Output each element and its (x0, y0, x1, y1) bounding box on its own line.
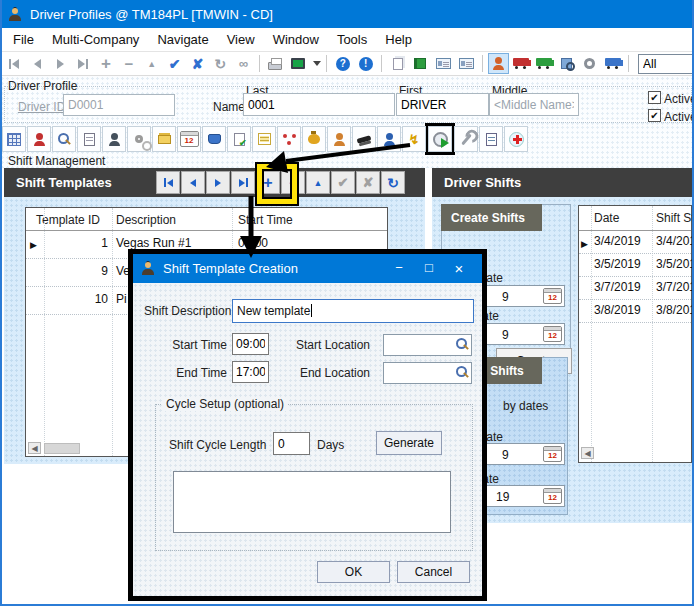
last-template-button[interactable] (231, 171, 255, 194)
main-toolbar (0, 52, 694, 76)
next-template-button[interactable] (206, 171, 230, 194)
first-template-button[interactable] (156, 171, 180, 194)
shift-date-cell: 3/4/2019 (594, 234, 641, 248)
officer-icon[interactable] (377, 126, 401, 152)
end-location-field[interactable] (383, 362, 472, 384)
generate-button[interactable]: Generate (376, 431, 442, 455)
license-card-icon[interactable] (433, 53, 454, 74)
last-name-field[interactable] (243, 93, 395, 116)
cycle-list-box[interactable] (173, 471, 451, 533)
add-template-button[interactable] (256, 171, 280, 194)
driver-id-field[interactable] (63, 94, 175, 116)
dialog-minimize-icon[interactable] (384, 260, 414, 277)
search-icon[interactable] (52, 126, 76, 152)
last-record-icon[interactable] (73, 53, 94, 74)
order-lookup-icon[interactable] (556, 53, 577, 74)
id-card-icon[interactable] (456, 53, 477, 74)
tools-icon[interactable] (454, 126, 478, 152)
calendar-picker-icon[interactable] (543, 288, 562, 304)
delete-record-icon[interactable] (118, 53, 139, 74)
menu-window[interactable]: Window (264, 29, 328, 50)
menu-tools[interactable]: Tools (328, 29, 376, 50)
console-dropdown-icon[interactable] (313, 61, 321, 66)
power-icon[interactable] (402, 126, 426, 152)
edit-record-icon[interactable] (141, 53, 162, 74)
shift-date-cell: 3/5/2019 (594, 257, 641, 271)
notes-icon[interactable] (252, 126, 276, 152)
system-console-icon[interactable] (288, 53, 309, 74)
trailer-icon[interactable] (534, 53, 555, 74)
pay-stack-icon[interactable] (152, 126, 176, 152)
location-lookup-icon[interactable] (456, 366, 469, 379)
calendar-picker-icon[interactable] (543, 326, 562, 342)
attachments-icon[interactable] (233, 53, 254, 74)
print-icon[interactable] (265, 53, 286, 74)
add-record-icon[interactable] (96, 53, 117, 74)
active-checkbox-1[interactable] (648, 91, 661, 104)
record-filter-combobox[interactable] (638, 54, 694, 74)
menu-multi-company[interactable]: Multi-Company (43, 29, 148, 50)
shift-description-field[interactable]: New template (232, 299, 474, 323)
help-icon[interactable] (332, 53, 353, 74)
ok-button[interactable]: OK (317, 561, 390, 583)
summary-grid-icon[interactable] (2, 126, 26, 152)
calendar-picker-icon[interactable] (543, 446, 562, 462)
middle-name-field[interactable] (489, 93, 579, 116)
end-time-field[interactable] (232, 361, 269, 383)
report-list-icon[interactable] (479, 126, 503, 152)
menu-navigate[interactable]: Navigate (148, 29, 217, 50)
network-icon[interactable] (277, 126, 301, 152)
start-time-field[interactable] (232, 333, 269, 355)
gears-icon[interactable] (127, 126, 151, 152)
cancel-icon[interactable] (187, 53, 208, 74)
start-location-field[interactable] (383, 334, 472, 356)
cancel-template-button[interactable] (356, 171, 380, 194)
location-lookup-icon[interactable] (456, 338, 469, 351)
equipment-icon[interactable] (352, 126, 376, 152)
menu-file[interactable]: File (4, 29, 43, 50)
fuel-icon[interactable] (202, 126, 226, 152)
cycle-length-field[interactable] (273, 432, 310, 455)
first-aid-icon[interactable] (504, 126, 528, 152)
templates-scroll-left-button[interactable] (28, 442, 41, 454)
calendar-picker-icon[interactable] (543, 488, 562, 504)
cancel-button[interactable]: Cancel (397, 561, 470, 583)
dialog-maximize-icon[interactable] (414, 260, 444, 277)
power-unit-icon[interactable] (511, 53, 532, 74)
carrier-icon[interactable] (602, 53, 623, 74)
shifts-scroll-left-button[interactable] (581, 447, 594, 459)
driver-app-icon (8, 8, 22, 21)
document-check-icon[interactable] (227, 126, 251, 152)
driver-security-icon[interactable] (327, 126, 351, 152)
checklist-icon[interactable] (77, 126, 101, 152)
shift-management-icon[interactable] (428, 126, 452, 152)
refresh-icon[interactable] (210, 53, 231, 74)
by-dates-label[interactable]: by dates (503, 399, 548, 413)
active-checkbox-2[interactable] (648, 109, 661, 122)
calendar-icon[interactable] (177, 126, 201, 152)
accept-template-button[interactable] (331, 171, 355, 194)
copy-profile-icon[interactable] (387, 53, 408, 74)
physician-icon[interactable] (102, 126, 126, 152)
previous-template-button[interactable] (181, 171, 205, 194)
payroll-icon[interactable] (302, 126, 326, 152)
first-name-field[interactable] (396, 93, 489, 116)
first-record-icon[interactable] (4, 53, 25, 74)
manual-icon[interactable] (410, 53, 431, 74)
template-id-cell: 10 (46, 292, 108, 306)
delete-template-button[interactable] (281, 171, 305, 194)
driver-profile-icon[interactable] (488, 53, 509, 74)
driver-icon[interactable] (27, 126, 51, 152)
menu-help[interactable]: Help (376, 29, 421, 50)
edit-template-button[interactable] (306, 171, 330, 194)
templates-scrollbar-thumb[interactable] (44, 443, 80, 454)
information-icon[interactable] (355, 53, 376, 74)
save-icon[interactable] (164, 53, 185, 74)
refresh-templates-button[interactable] (381, 171, 405, 194)
previous-record-icon[interactable] (27, 53, 48, 74)
template-id-cell: 9 (46, 264, 108, 278)
dialog-close-icon[interactable] (444, 260, 474, 277)
menu-view[interactable]: View (218, 29, 264, 50)
hitch-icon[interactable] (579, 53, 600, 74)
next-record-icon[interactable] (50, 53, 71, 74)
